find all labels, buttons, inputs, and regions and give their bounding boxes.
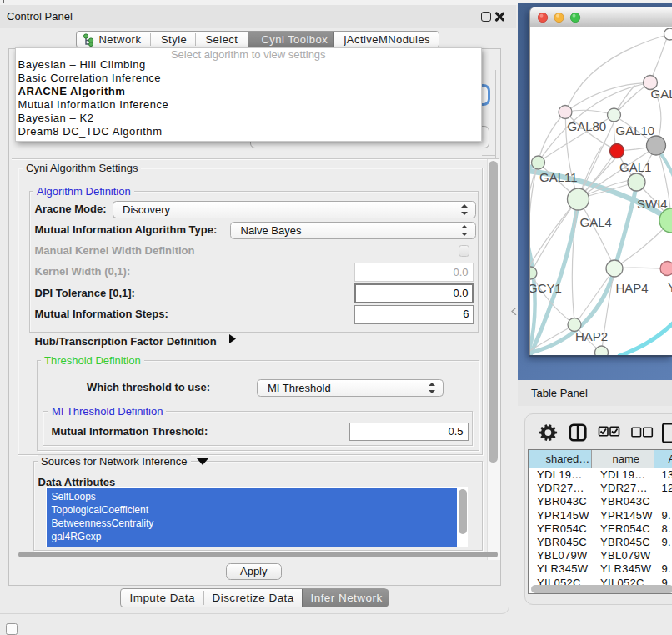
svg-text:GAL1: GAL1 — [619, 160, 651, 174]
svg-text:HAP2: HAP2 — [575, 329, 608, 343]
svg-text:HAP4: HAP4 — [615, 281, 648, 295]
svg-text:GAL80: GAL80 — [567, 119, 606, 133]
svg-text:SWI4: SWI4 — [637, 197, 668, 211]
svg-text:GCY1: GCY1 — [530, 281, 562, 295]
svg-text:GAL4: GAL4 — [579, 215, 611, 229]
svg-text:GAL7: GAL7 — [650, 87, 672, 101]
svg-text:GAL10: GAL10 — [615, 123, 654, 138]
svg-text:Y: Y — [668, 280, 672, 294]
svg-text:GAL11: GAL11 — [539, 170, 578, 184]
